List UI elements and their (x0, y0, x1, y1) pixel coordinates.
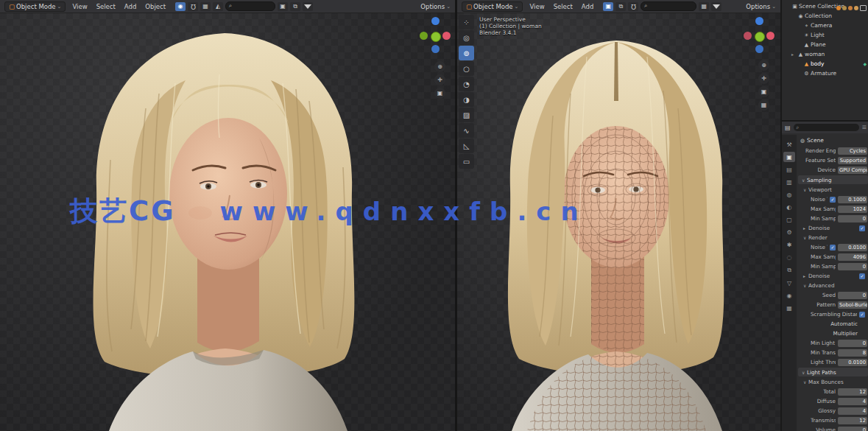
viewport-right-canvas[interactable]: ⁘ ◎ ⊚ ○ ◔ (457, 13, 780, 431)
outliner-row[interactable]: ▲ body ◆ (782, 59, 868, 69)
property-row[interactable]: Scrambling Distance ✓ (797, 309, 868, 319)
tab-output[interactable]: ▤ (783, 164, 795, 175)
tab-render[interactable]: ▣ (783, 152, 795, 162)
property-row[interactable]: Min Samples ✓ 0 (797, 214, 868, 223)
property-row[interactable]: Noise Threshold ✓ 0.0100 (797, 242, 868, 252)
axis-origin-icon[interactable] (431, 32, 441, 42)
filter-button[interactable] (711, 2, 721, 11)
section-caret-icon[interactable]: ∨ (803, 283, 808, 288)
pose-icon[interactable] (836, 6, 841, 10)
section-caret-icon[interactable]: ∨ (803, 187, 808, 192)
tool-grip[interactable]: ⁘ (459, 15, 474, 29)
properties-search-input[interactable]: ⌕ (794, 124, 859, 131)
property-row[interactable]: Automatic ✓ (797, 319, 868, 329)
outliner-row[interactable]: ⚙ Armature (782, 69, 868, 78)
property-row[interactable]: ∨ Viewport ✓ (797, 185, 868, 195)
tab-material[interactable]: ◉ (783, 290, 795, 301)
material-icon[interactable] (848, 6, 853, 10)
property-value[interactable]: 0 (838, 427, 867, 431)
axis-y-icon[interactable] (420, 32, 428, 40)
tool-select-circle[interactable]: ⊚ (459, 46, 474, 60)
property-value[interactable]: 0.1000 (838, 196, 867, 203)
tab-scene[interactable]: ◍ (783, 189, 795, 200)
checkbox-icon[interactable]: ✓ (830, 245, 836, 250)
property-value[interactable]: 0.0100 (838, 359, 867, 366)
property-row[interactable]: Multiplier ✓ (797, 329, 868, 338)
property-value[interactable]: 0 (838, 215, 867, 222)
tab-modifiers[interactable]: ⚙ (783, 228, 795, 238)
checkbox-icon[interactable]: ✓ (830, 197, 836, 203)
property-value[interactable]: 4096 (838, 253, 867, 261)
outliner-row[interactable]: ☀ Light (782, 30, 868, 40)
property-value[interactable]: 0 (838, 340, 867, 347)
pan-hand-icon[interactable]: ✛ (758, 73, 769, 84)
transform-pivot-button[interactable]: ◭ (213, 2, 223, 11)
texture-icon[interactable] (854, 6, 858, 10)
tab-object-data[interactable]: ▽ (783, 278, 795, 288)
snap-toggle[interactable]: Ω (628, 2, 638, 11)
axis-x-icon[interactable] (442, 32, 451, 40)
property-value[interactable]: 4 (838, 407, 867, 415)
properties-filter-icon[interactable]: ☰ (862, 125, 867, 130)
snap-target-button[interactable]: ▦ (200, 2, 211, 11)
menu-add[interactable]: Add (579, 2, 596, 11)
outliner-row[interactable]: ▲ Plane (782, 40, 868, 49)
options-dropdown[interactable]: Options ⌄ (746, 3, 776, 10)
property-row[interactable]: Min Transparent Bounces ✓ 8 (797, 348, 868, 357)
menu-select[interactable]: Select (551, 2, 575, 11)
navigation-gizmo[interactable]: ⊕ ✛ ▣ (418, 13, 452, 94)
menu-view[interactable]: View (70, 2, 89, 11)
perspective-toggle-icon[interactable]: ▦ (758, 99, 769, 111)
property-value[interactable]: GPU Compute (838, 167, 867, 174)
camera-view-icon[interactable]: ▣ (434, 88, 445, 99)
tab-view-layer[interactable]: ▥ (783, 177, 795, 187)
axis-x-neg-icon[interactable] (744, 32, 752, 40)
tab-texture[interactable]: ▦ (783, 303, 795, 313)
section-caret-icon[interactable]: ∨ (802, 370, 807, 375)
property-row[interactable]: Seed ✓ 0 (797, 290, 868, 300)
property-value[interactable]: 8 (838, 349, 867, 357)
property-row[interactable]: Max Samples ✓ 4096 (797, 252, 868, 262)
property-value[interactable]: 0 (838, 263, 867, 270)
section-caret-icon[interactable]: ▸ (803, 273, 808, 278)
tool-rotate[interactable]: ◑ (459, 92, 474, 107)
viewport-left-canvas[interactable]: ⊕ ✛ ▣ (0, 13, 455, 431)
axis-z-icon[interactable] (431, 17, 440, 25)
property-value[interactable]: 12 (838, 388, 867, 396)
mode-dropdown[interactable]: ▢ Object Mode ⌄ (462, 1, 523, 12)
property-row[interactable]: Device ✓ GPU Compute (797, 165, 868, 175)
property-row[interactable]: ▸ Denoise ✓ (797, 223, 868, 233)
zoom-icon[interactable]: ⊕ (758, 60, 769, 71)
property-row[interactable]: Max Samples ✓ 1024 (797, 204, 868, 214)
property-row[interactable]: ∨ Max Bounces ✓ (797, 377, 868, 387)
gizmos-toggle[interactable]: ▣ (278, 2, 288, 11)
options-dropdown[interactable]: Options ⌄ (420, 3, 451, 10)
filter-button[interactable] (303, 2, 313, 11)
property-value[interactable]: 0.0100 (838, 244, 867, 251)
property-row[interactable]: Total ✓ 12 (797, 387, 868, 396)
axis-x-icon[interactable] (766, 32, 775, 40)
property-row[interactable]: Min Light Bounces ✓ 0 (797, 338, 868, 348)
tab-constraints[interactable]: ⧉ (783, 265, 795, 276)
property-value[interactable]: 0 (838, 292, 867, 299)
tool-transform[interactable]: ▨ (459, 108, 474, 122)
property-row[interactable]: Transmission ✓ 12 (797, 416, 868, 425)
menu-select[interactable]: Select (94, 2, 118, 11)
property-value[interactable]: Supported (838, 157, 867, 164)
outliner-row[interactable]: ⌖ Camera (782, 21, 868, 30)
gizmos-toggle[interactable]: ▦ (699, 2, 709, 11)
navigation-gizmo[interactable]: ⊕ ✛ ▣ ▦ (742, 13, 776, 94)
shading-material-toggle[interactable]: ⧉ (615, 2, 626, 11)
section-caret-icon[interactable]: ▸ (803, 225, 808, 231)
editor-type-icon[interactable]: ▤ (785, 125, 791, 131)
tab-tool[interactable]: ⚒ (783, 139, 795, 150)
menu-object[interactable]: Object (143, 2, 168, 11)
tool-measure[interactable]: ◺ (459, 139, 474, 153)
menu-view[interactable]: View (527, 2, 546, 11)
outliner-row[interactable]: ▸ ▲ woman (782, 49, 868, 59)
property-row[interactable]: Noise Threshold ✓ 0.1000 (797, 195, 868, 204)
property-value[interactable]: 12 (838, 417, 867, 424)
tool-annotate[interactable]: ∿ (459, 123, 474, 138)
tool-tweak[interactable]: ◎ (459, 30, 474, 45)
property-row[interactable]: Pattern ✓ Sobol-Burley (797, 300, 868, 309)
